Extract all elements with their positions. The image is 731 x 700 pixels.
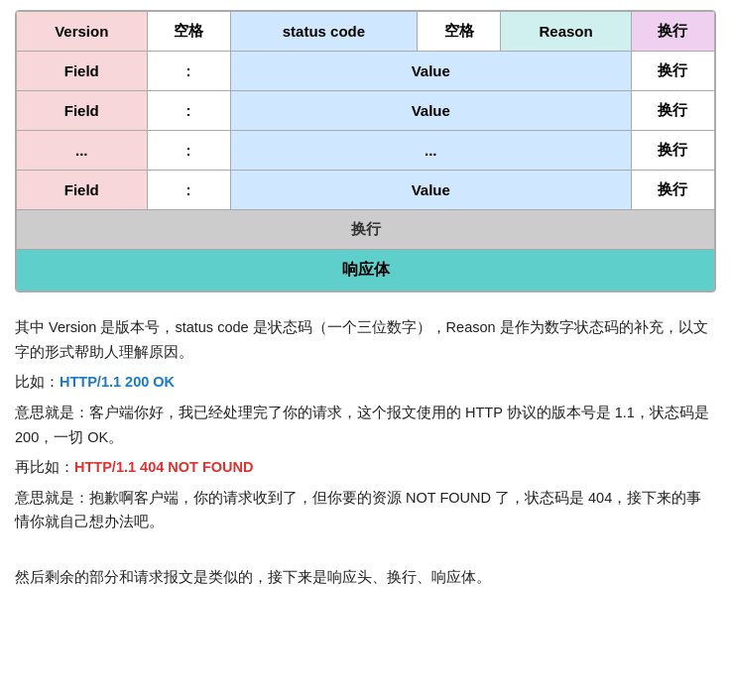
desc-line1: 其中 Version 是版本号，status code 是状态码（一个三位数字）… — [15, 315, 716, 364]
colon-cell: : — [147, 52, 230, 91]
table-row: ... : ... 换行 — [17, 131, 715, 171]
desc-line5: 意思就是：抱歉啊客户端，你的请求收到了，但你要的资源 NOT FOUND 了，状… — [15, 486, 716, 534]
desc-line4: 再比如：HTTP/1.1 404 NOT FOUND — [15, 455, 716, 480]
newline-cell: 换行 — [631, 171, 714, 210]
field-cell: Field — [17, 171, 148, 210]
header-newline: 换行 — [631, 12, 714, 52]
colon-cell: : — [147, 171, 230, 210]
header-space2: 空格 — [418, 12, 501, 52]
colon-cell: : — [147, 91, 230, 131]
table-row: Field : Value 换行 — [17, 91, 715, 131]
value-cell: Value — [230, 91, 631, 131]
header-space1: 空格 — [147, 12, 230, 52]
body-label: 响应体 — [17, 250, 715, 292]
field-cell: Field — [17, 52, 148, 91]
desc-line2-prefix: 比如： — [15, 374, 60, 390]
field-cell: Field — [17, 91, 148, 131]
newline-cell: 换行 — [631, 91, 714, 131]
description-section: 其中 Version 是版本号，status code 是状态码（一个三位数字）… — [15, 310, 716, 600]
value-cell: ... — [230, 131, 631, 171]
desc-line2: 比如：HTTP/1.1 200 OK — [15, 370, 716, 395]
table-row: Field : Value 换行 — [17, 171, 715, 210]
table-header-row: Version 空格 status code 空格 Reason 换行 — [17, 12, 715, 52]
http-response-table: Version 空格 status code 空格 Reason 换行 Fiel… — [15, 10, 716, 292]
desc-line2-example: HTTP/1.1 200 OK — [60, 374, 175, 390]
header-reason: Reason — [501, 12, 631, 52]
desc-line4-example: HTTP/1.1 404 NOT FOUND — [74, 459, 253, 475]
desc-line3: 意思就是：客户端你好，我已经处理完了你的请求，这个报文使用的 HTTP 协议的版… — [15, 401, 716, 449]
body-row: 响应体 — [17, 250, 715, 292]
colon-cell: : — [147, 131, 230, 171]
crlf-row: 换行 — [17, 210, 715, 250]
newline-cell: 换行 — [631, 131, 714, 171]
newline-cell: 换行 — [631, 52, 714, 91]
desc-line6: 然后剩余的部分和请求报文是类似的，接下来是响应头、换行、响应体。 — [15, 565, 716, 590]
field-cell: ... — [17, 131, 148, 171]
value-cell: Value — [230, 171, 631, 210]
desc-line4-prefix: 再比如： — [15, 459, 74, 475]
header-statuscode: status code — [230, 12, 418, 52]
table-row: Field : Value 换行 — [17, 52, 715, 91]
crlf-label: 换行 — [17, 210, 715, 250]
header-version: Version — [17, 12, 148, 52]
value-cell: Value — [230, 52, 631, 91]
